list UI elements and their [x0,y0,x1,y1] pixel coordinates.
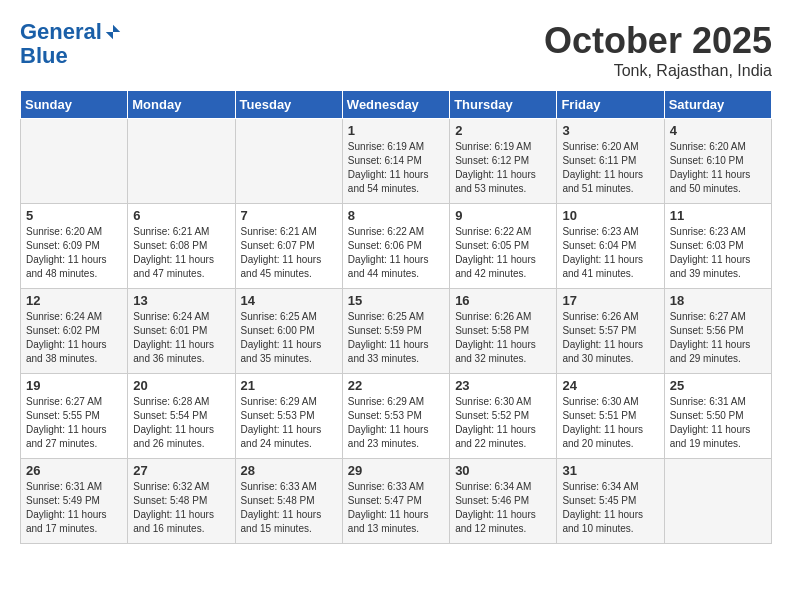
calendar-day-cell: 15 Sunrise: 6:25 AMSunset: 5:59 PMDaylig… [342,289,449,374]
day-info: Sunrise: 6:20 AMSunset: 6:09 PMDaylight:… [26,225,122,281]
calendar-day-cell: 21 Sunrise: 6:29 AMSunset: 5:53 PMDaylig… [235,374,342,459]
calendar-day-cell: 11 Sunrise: 6:23 AMSunset: 6:03 PMDaylig… [664,204,771,289]
day-number: 30 [455,463,551,478]
day-number: 15 [348,293,444,308]
weekday-header: Friday [557,91,664,119]
day-number: 11 [670,208,766,223]
day-number: 9 [455,208,551,223]
weekday-header: Sunday [21,91,128,119]
calendar-day-cell: 30 Sunrise: 6:34 AMSunset: 5:46 PMDaylig… [450,459,557,544]
day-info: Sunrise: 6:26 AMSunset: 5:58 PMDaylight:… [455,310,551,366]
calendar-day-cell: 22 Sunrise: 6:29 AMSunset: 5:53 PMDaylig… [342,374,449,459]
day-info: Sunrise: 6:27 AMSunset: 5:56 PMDaylight:… [670,310,766,366]
calendar-day-cell [664,459,771,544]
day-info: Sunrise: 6:22 AMSunset: 6:05 PMDaylight:… [455,225,551,281]
calendar-week-row: 19 Sunrise: 6:27 AMSunset: 5:55 PMDaylig… [21,374,772,459]
calendar-table: SundayMondayTuesdayWednesdayThursdayFrid… [20,90,772,544]
day-number: 24 [562,378,658,393]
day-info: Sunrise: 6:34 AMSunset: 5:45 PMDaylight:… [562,480,658,536]
day-info: Sunrise: 6:25 AMSunset: 5:59 PMDaylight:… [348,310,444,366]
day-number: 20 [133,378,229,393]
calendar-day-cell: 19 Sunrise: 6:27 AMSunset: 5:55 PMDaylig… [21,374,128,459]
day-info: Sunrise: 6:25 AMSunset: 6:00 PMDaylight:… [241,310,337,366]
day-info: Sunrise: 6:30 AMSunset: 5:51 PMDaylight:… [562,395,658,451]
day-number: 19 [26,378,122,393]
day-info: Sunrise: 6:22 AMSunset: 6:06 PMDaylight:… [348,225,444,281]
day-number: 8 [348,208,444,223]
calendar-day-cell: 1 Sunrise: 6:19 AMSunset: 6:14 PMDayligh… [342,119,449,204]
calendar-day-cell: 29 Sunrise: 6:33 AMSunset: 5:47 PMDaylig… [342,459,449,544]
calendar-day-cell: 17 Sunrise: 6:26 AMSunset: 5:57 PMDaylig… [557,289,664,374]
calendar-day-cell: 6 Sunrise: 6:21 AMSunset: 6:08 PMDayligh… [128,204,235,289]
day-number: 27 [133,463,229,478]
day-number: 13 [133,293,229,308]
day-number: 3 [562,123,658,138]
calendar-day-cell: 5 Sunrise: 6:20 AMSunset: 6:09 PMDayligh… [21,204,128,289]
day-info: Sunrise: 6:31 AMSunset: 5:50 PMDaylight:… [670,395,766,451]
day-number: 25 [670,378,766,393]
calendar-day-cell: 3 Sunrise: 6:20 AMSunset: 6:11 PMDayligh… [557,119,664,204]
calendar-week-row: 26 Sunrise: 6:31 AMSunset: 5:49 PMDaylig… [21,459,772,544]
day-info: Sunrise: 6:31 AMSunset: 5:49 PMDaylight:… [26,480,122,536]
day-number: 21 [241,378,337,393]
day-number: 12 [26,293,122,308]
day-number: 4 [670,123,766,138]
day-number: 14 [241,293,337,308]
calendar-week-row: 5 Sunrise: 6:20 AMSunset: 6:09 PMDayligh… [21,204,772,289]
day-info: Sunrise: 6:21 AMSunset: 6:08 PMDaylight:… [133,225,229,281]
day-info: Sunrise: 6:20 AMSunset: 6:11 PMDaylight:… [562,140,658,196]
calendar-day-cell: 31 Sunrise: 6:34 AMSunset: 5:45 PMDaylig… [557,459,664,544]
day-number: 17 [562,293,658,308]
day-info: Sunrise: 6:19 AMSunset: 6:14 PMDaylight:… [348,140,444,196]
day-info: Sunrise: 6:28 AMSunset: 5:54 PMDaylight:… [133,395,229,451]
month-title: October 2025 Tonk, Rajasthan, India [544,20,772,80]
day-number: 7 [241,208,337,223]
calendar-week-row: 12 Sunrise: 6:24 AMSunset: 6:02 PMDaylig… [21,289,772,374]
day-info: Sunrise: 6:34 AMSunset: 5:46 PMDaylight:… [455,480,551,536]
day-info: Sunrise: 6:24 AMSunset: 6:02 PMDaylight:… [26,310,122,366]
day-info: Sunrise: 6:23 AMSunset: 6:04 PMDaylight:… [562,225,658,281]
calendar-day-cell: 26 Sunrise: 6:31 AMSunset: 5:49 PMDaylig… [21,459,128,544]
calendar-day-cell: 14 Sunrise: 6:25 AMSunset: 6:00 PMDaylig… [235,289,342,374]
calendar-day-cell [21,119,128,204]
day-info: Sunrise: 6:24 AMSunset: 6:01 PMDaylight:… [133,310,229,366]
weekday-header: Thursday [450,91,557,119]
day-number: 31 [562,463,658,478]
day-info: Sunrise: 6:29 AMSunset: 5:53 PMDaylight:… [348,395,444,451]
calendar-day-cell: 13 Sunrise: 6:24 AMSunset: 6:01 PMDaylig… [128,289,235,374]
day-number: 1 [348,123,444,138]
calendar-day-cell: 8 Sunrise: 6:22 AMSunset: 6:06 PMDayligh… [342,204,449,289]
weekday-header: Tuesday [235,91,342,119]
calendar-day-cell: 12 Sunrise: 6:24 AMSunset: 6:02 PMDaylig… [21,289,128,374]
logo-text: General [20,20,102,44]
calendar-day-cell: 28 Sunrise: 6:33 AMSunset: 5:48 PMDaylig… [235,459,342,544]
calendar-day-cell: 10 Sunrise: 6:23 AMSunset: 6:04 PMDaylig… [557,204,664,289]
day-number: 22 [348,378,444,393]
day-number: 5 [26,208,122,223]
calendar-day-cell: 24 Sunrise: 6:30 AMSunset: 5:51 PMDaylig… [557,374,664,459]
calendar-day-cell [235,119,342,204]
location-text: Tonk, Rajasthan, India [544,62,772,80]
calendar-day-cell: 7 Sunrise: 6:21 AMSunset: 6:07 PMDayligh… [235,204,342,289]
calendar-day-cell: 4 Sunrise: 6:20 AMSunset: 6:10 PMDayligh… [664,119,771,204]
day-info: Sunrise: 6:21 AMSunset: 6:07 PMDaylight:… [241,225,337,281]
page-header: General Blue October 2025 Tonk, Rajastha… [20,20,772,80]
day-number: 28 [241,463,337,478]
day-info: Sunrise: 6:29 AMSunset: 5:53 PMDaylight:… [241,395,337,451]
month-heading: October 2025 [544,20,772,62]
calendar-day-cell: 18 Sunrise: 6:27 AMSunset: 5:56 PMDaylig… [664,289,771,374]
day-info: Sunrise: 6:32 AMSunset: 5:48 PMDaylight:… [133,480,229,536]
day-number: 23 [455,378,551,393]
calendar-day-cell: 27 Sunrise: 6:32 AMSunset: 5:48 PMDaylig… [128,459,235,544]
calendar-day-cell: 16 Sunrise: 6:26 AMSunset: 5:58 PMDaylig… [450,289,557,374]
weekday-header: Saturday [664,91,771,119]
logo-icon [104,23,122,41]
day-info: Sunrise: 6:33 AMSunset: 5:48 PMDaylight:… [241,480,337,536]
day-info: Sunrise: 6:30 AMSunset: 5:52 PMDaylight:… [455,395,551,451]
day-number: 6 [133,208,229,223]
day-info: Sunrise: 6:27 AMSunset: 5:55 PMDaylight:… [26,395,122,451]
logo-text-blue: Blue [20,44,122,68]
calendar-day-cell: 25 Sunrise: 6:31 AMSunset: 5:50 PMDaylig… [664,374,771,459]
calendar-day-cell: 2 Sunrise: 6:19 AMSunset: 6:12 PMDayligh… [450,119,557,204]
day-number: 10 [562,208,658,223]
